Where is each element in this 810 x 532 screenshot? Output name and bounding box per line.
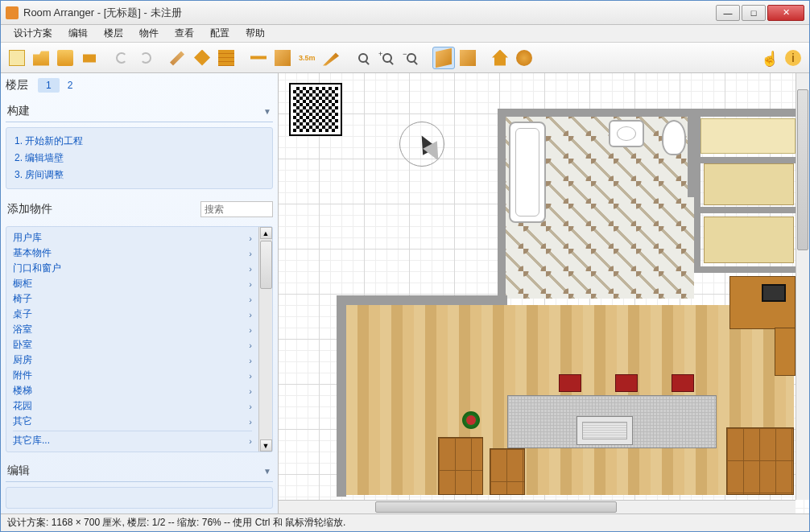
settings-button[interactable] bbox=[513, 47, 535, 69]
view-3d-button[interactable] bbox=[432, 47, 455, 69]
plant bbox=[462, 411, 480, 429]
dimension-icon bbox=[250, 50, 267, 66]
object-list-scrollbar[interactable]: ▲ ▼ bbox=[258, 227, 272, 452]
scroll-up-button[interactable]: ▲ bbox=[260, 227, 272, 239]
chevron-right-icon: › bbox=[249, 340, 252, 350]
paint-icon bbox=[170, 50, 186, 66]
draw-button[interactable] bbox=[320, 47, 342, 69]
wardrobe bbox=[704, 163, 794, 205]
floor-tab-2[interactable]: 2 bbox=[60, 78, 81, 93]
chevron-right-icon: › bbox=[249, 295, 252, 304]
redo-icon bbox=[140, 52, 151, 64]
cabinet bbox=[726, 427, 794, 495]
scroll-thumb[interactable] bbox=[260, 241, 272, 289]
new-project-button[interactable] bbox=[6, 47, 28, 69]
measure-icon: 3.5m bbox=[299, 50, 315, 66]
qr-code bbox=[291, 85, 341, 134]
home-button[interactable] bbox=[489, 47, 511, 69]
object-category[interactable]: 其它› bbox=[13, 414, 252, 429]
home-icon bbox=[492, 50, 508, 66]
object-category[interactable]: 基本物件› bbox=[13, 245, 252, 261]
bed bbox=[700, 118, 796, 154]
maximize-button[interactable]: □ bbox=[742, 5, 766, 21]
wall bbox=[498, 109, 506, 302]
menu-帮助[interactable]: 帮助 bbox=[238, 25, 273, 42]
wall-button[interactable] bbox=[191, 47, 213, 69]
scroll-down-button[interactable]: ▼ bbox=[260, 439, 272, 452]
redo-button[interactable] bbox=[134, 47, 157, 69]
object-category[interactable]: 厨房› bbox=[13, 353, 252, 368]
touch-button[interactable]: ☝ bbox=[758, 47, 780, 69]
object-category[interactable]: 浴室› bbox=[13, 322, 252, 337]
wall bbox=[688, 109, 694, 197]
menu-查看[interactable]: 查看 bbox=[167, 25, 202, 42]
object-button[interactable] bbox=[271, 47, 294, 69]
build-panel-head[interactable]: 构建▼ bbox=[6, 101, 273, 122]
monitor bbox=[762, 284, 786, 302]
close-button[interactable]: ✕ bbox=[767, 5, 804, 21]
kitchen-sink bbox=[577, 416, 633, 445]
menu-配置[interactable]: 配置 bbox=[202, 25, 238, 42]
object-category[interactable]: 楼梯› bbox=[13, 383, 252, 398]
paint-button[interactable] bbox=[167, 47, 189, 69]
save-button[interactable] bbox=[54, 47, 76, 69]
wall bbox=[694, 109, 797, 117]
walkthrough-icon bbox=[460, 50, 476, 66]
stool bbox=[559, 374, 581, 392]
chevron-right-icon: › bbox=[249, 436, 252, 446]
object-category[interactable]: 橱柜› bbox=[13, 276, 252, 291]
build-step[interactable]: 1. 开始新的工程 bbox=[14, 133, 264, 150]
object-category[interactable]: 椅子› bbox=[13, 291, 252, 307]
bathtub bbox=[509, 122, 546, 223]
object-category[interactable]: 附件› bbox=[13, 368, 252, 383]
measure-button[interactable]: 3.5m bbox=[295, 47, 318, 69]
new-project-icon bbox=[9, 50, 25, 66]
print-icon bbox=[81, 50, 97, 66]
object-category[interactable]: 门口和窗户› bbox=[13, 261, 252, 276]
wall-icon bbox=[194, 50, 210, 66]
chevron-down-icon: ▼ bbox=[263, 107, 271, 116]
open-button[interactable] bbox=[30, 47, 52, 69]
build-step[interactable]: 3. 房间调整 bbox=[14, 167, 264, 184]
object-category[interactable]: 卧室› bbox=[13, 337, 252, 353]
brick-button[interactable] bbox=[215, 47, 238, 69]
object-category-other-lib[interactable]: 其它库...› bbox=[13, 431, 252, 448]
menu-物件[interactable]: 物件 bbox=[131, 25, 167, 42]
info-button[interactable]: i bbox=[782, 47, 804, 69]
build-step[interactable]: 2. 编辑墙壁 bbox=[14, 150, 264, 167]
scroll-thumb[interactable] bbox=[375, 501, 617, 513]
menu-楼层[interactable]: 楼层 bbox=[96, 25, 131, 42]
scroll-thumb[interactable] bbox=[797, 89, 808, 250]
edit-panel-head[interactable]: 编辑▼ bbox=[6, 460, 273, 482]
canvas-horizontal-scrollbar[interactable] bbox=[279, 500, 796, 513]
menu-编辑[interactable]: 编辑 bbox=[60, 25, 96, 42]
edit-panel bbox=[6, 487, 273, 509]
zoom-in-button[interactable]: + bbox=[376, 47, 399, 69]
chevron-down-icon: ▼ bbox=[263, 467, 271, 476]
zoom-fit-icon bbox=[358, 53, 368, 63]
floor-tab-1[interactable]: 1 bbox=[38, 78, 60, 93]
desk-side bbox=[775, 328, 796, 376]
minimize-button[interactable]: — bbox=[716, 5, 740, 21]
object-category[interactable]: 花园› bbox=[13, 398, 252, 414]
zoom-fit-button[interactable] bbox=[352, 47, 374, 69]
compass-icon bbox=[399, 122, 444, 167]
object-category[interactable]: 用户库› bbox=[13, 230, 252, 245]
canvas[interactable] bbox=[279, 73, 809, 513]
undo-button[interactable] bbox=[110, 47, 133, 69]
toolbar: 3.5m+−☝i bbox=[1, 43, 809, 73]
canvas-vertical-scrollbar[interactable] bbox=[796, 73, 809, 500]
dimension-button[interactable] bbox=[247, 47, 270, 69]
walkthrough-button[interactable] bbox=[457, 47, 479, 69]
zoom-out-button[interactable]: − bbox=[400, 47, 423, 69]
object-category[interactable]: 桌子› bbox=[13, 307, 252, 322]
chevron-right-icon: › bbox=[249, 325, 252, 335]
wall bbox=[694, 157, 797, 163]
print-button[interactable] bbox=[78, 47, 101, 69]
menu-设计方案[interactable]: 设计方案 bbox=[6, 25, 60, 42]
draw-icon bbox=[323, 50, 339, 66]
add-objects-head[interactable]: 添加物件 bbox=[6, 199, 200, 220]
search-input[interactable] bbox=[200, 201, 273, 217]
chevron-right-icon: › bbox=[249, 386, 252, 396]
wall bbox=[337, 295, 506, 305]
